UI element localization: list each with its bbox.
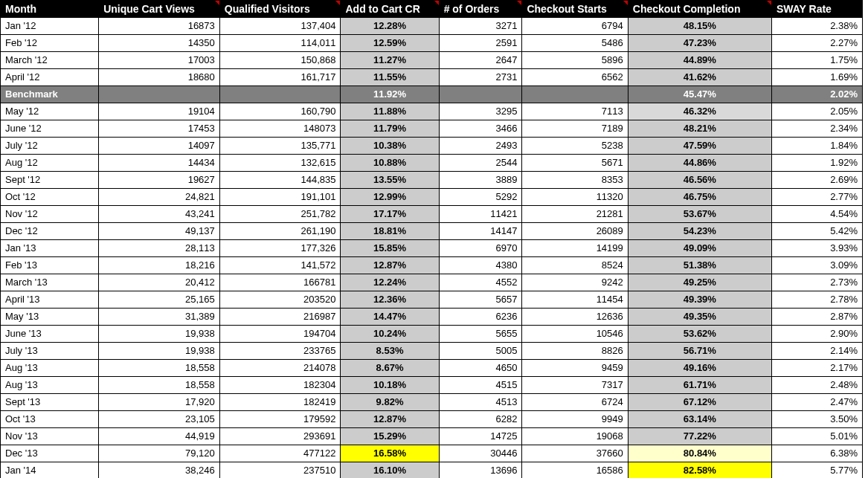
cell: 46.56% — [628, 172, 771, 189]
cell: 10.38% — [341, 138, 439, 155]
cell: 3889 — [439, 172, 522, 189]
cell: 18,216 — [99, 257, 220, 274]
table-row: Jan '1438,24623751016.10%136961658682.58… — [1, 462, 863, 479]
cell: Jan '12 — [1, 18, 99, 35]
table-row: Jan '1328,113177,32615.85%69701419949.09… — [1, 240, 863, 257]
cell: 160,790 — [219, 103, 341, 120]
cell: May '12 — [1, 103, 99, 120]
cell: 49.39% — [628, 291, 771, 309]
cell: 24,821 — [99, 189, 220, 206]
cell: 11.27% — [341, 52, 439, 69]
cell: 48.15% — [628, 18, 771, 35]
cell: 177,326 — [219, 240, 341, 257]
cell: 5.01% — [771, 428, 862, 445]
cell: 4515 — [439, 377, 522, 394]
cell: 2647 — [439, 52, 522, 69]
table-row: March '1320,41216678112.24%4552924249.25… — [1, 274, 863, 291]
cell: 79,120 — [99, 445, 220, 462]
cell: 216987 — [219, 309, 341, 326]
table-row: Nov '1344,91929369115.29%147251906877.22… — [1, 428, 863, 445]
cell: 10.24% — [341, 326, 439, 343]
cell: 51.38% — [628, 257, 771, 274]
cell: 80.84% — [628, 445, 771, 462]
table-row: Dec '1379,12047712216.58%304463766080.84… — [1, 445, 863, 462]
table-row: April '1325,16520352012.36%56571145449.3… — [1, 291, 863, 309]
cell: 11.79% — [341, 120, 439, 138]
cell — [99, 86, 220, 103]
cell: 14434 — [99, 155, 220, 172]
table-row: July '1214097135,77110.38%2493523847.59%… — [1, 138, 863, 155]
cell: 135,771 — [219, 138, 341, 155]
cell: June '12 — [1, 120, 99, 138]
cell: 7189 — [522, 120, 628, 138]
cell: 4.54% — [771, 206, 862, 223]
cell: April '12 — [1, 69, 99, 86]
cell: 3271 — [439, 18, 522, 35]
cell: 17,920 — [99, 394, 220, 411]
cell: 8353 — [522, 172, 628, 189]
cell: 2.02% — [771, 86, 862, 103]
cell: 6236 — [439, 309, 522, 326]
cell: 8.53% — [341, 343, 439, 360]
cell: 5.42% — [771, 223, 862, 240]
cell: 10.88% — [341, 155, 439, 172]
cell: 2.47% — [771, 394, 862, 411]
cell: 8524 — [522, 257, 628, 274]
cell: 182304 — [219, 377, 341, 394]
cell: 53.62% — [628, 326, 771, 343]
cell: 44.86% — [628, 155, 771, 172]
cell: 54.23% — [628, 223, 771, 240]
cell: July '12 — [1, 138, 99, 155]
table-row: Feb '1318,216141,57212.87%4380852451.38%… — [1, 257, 863, 274]
cell: 46.75% — [628, 189, 771, 206]
cell: 30446 — [439, 445, 522, 462]
cell: 182419 — [219, 394, 341, 411]
cell: 5292 — [439, 189, 522, 206]
cell: 5238 — [522, 138, 628, 155]
cell: 2.73% — [771, 274, 862, 291]
cell: 49.35% — [628, 309, 771, 326]
cell: 14725 — [439, 428, 522, 445]
cell: 11.55% — [341, 69, 439, 86]
cell: 12.99% — [341, 189, 439, 206]
cell: 17453 — [99, 120, 220, 138]
cell: 5896 — [522, 52, 628, 69]
cell: 49.16% — [628, 360, 771, 377]
cell: 2493 — [439, 138, 522, 155]
cell: Sept '12 — [1, 172, 99, 189]
cell: Aug '13 — [1, 377, 99, 394]
cell: 45.47% — [628, 86, 771, 103]
cell: 12636 — [522, 309, 628, 326]
cell: 3.50% — [771, 411, 862, 428]
cell: March '13 — [1, 274, 99, 291]
cell: June '13 — [1, 326, 99, 343]
cell: 5486 — [522, 35, 628, 52]
cell: 19,938 — [99, 343, 220, 360]
table-row: Sept '1219627144,83513.55%3889835346.56%… — [1, 172, 863, 189]
cell: 261,190 — [219, 223, 341, 240]
cell: 114,011 — [219, 35, 341, 52]
cell: 6724 — [522, 394, 628, 411]
cell: 6794 — [522, 18, 628, 35]
cell: 2.05% — [771, 103, 862, 120]
cell: 25,165 — [99, 291, 220, 309]
cell: 26089 — [522, 223, 628, 240]
table-row: Feb '1214350114,01112.59%2591548647.23%2… — [1, 35, 863, 52]
cell: 4513 — [439, 394, 522, 411]
col-header: Month — [1, 1, 99, 18]
table-row: Nov '1243,241251,78217.17%114212128153.6… — [1, 206, 863, 223]
col-header: Checkout Completion — [628, 1, 771, 18]
cell: 15.85% — [341, 240, 439, 257]
cell: 2.69% — [771, 172, 862, 189]
cell: 8.67% — [341, 360, 439, 377]
cell: 17.17% — [341, 206, 439, 223]
cell: 21281 — [522, 206, 628, 223]
cell: 9.82% — [341, 394, 439, 411]
comment-indicator-icon — [517, 1, 521, 5]
table-row: Oct '1224,821191,10112.99%52921132046.75… — [1, 189, 863, 206]
cell: 2.17% — [771, 360, 862, 377]
cell — [439, 86, 522, 103]
cell: 56.71% — [628, 343, 771, 360]
cell: 2.77% — [771, 189, 862, 206]
cell: July '13 — [1, 343, 99, 360]
